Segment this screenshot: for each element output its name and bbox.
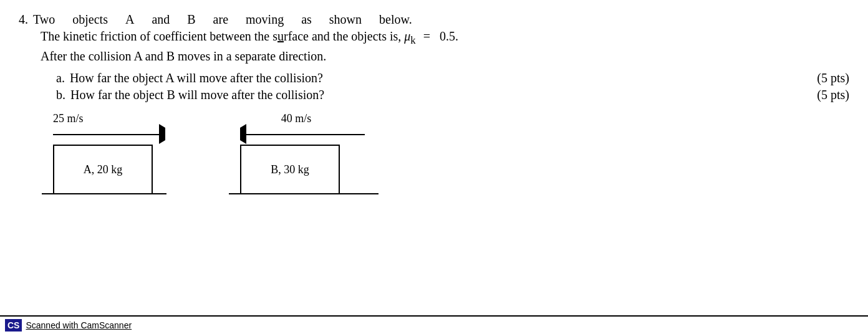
sub-b-pts: (5 pts) (817, 88, 849, 102)
page-content: 4. Two objects A and B are moving as sho… (0, 0, 868, 201)
sub-question-a: a. How far the object A will move after … (56, 71, 849, 85)
word-two: Two (33, 12, 55, 27)
sub-question-b: b. How far the object B will move after … (56, 88, 849, 102)
velocity-label-a: 25 m/s (53, 112, 84, 125)
object-b-container: 40 m/s B, 30 kg (240, 112, 365, 194)
word-a: A (125, 12, 134, 27)
footer: CS Scanned with CamScanner (0, 315, 868, 334)
problem-line2: The kinetic friction of coefficient betw… (41, 29, 849, 47)
problem-line3: After the collision A and B moves in a s… (41, 49, 849, 64)
word-b: B (187, 12, 195, 27)
sub-b-text: How far the object B will move after the… (70, 88, 792, 102)
box-b: B, 30 kg (240, 145, 340, 194)
word-below: below. (379, 12, 412, 27)
word-as: as (301, 12, 312, 27)
velocity-label-b: 40 m/s (240, 112, 352, 125)
word-shown: shown (329, 12, 362, 27)
arrow-line-a (53, 134, 159, 135)
word-are: are (213, 12, 228, 27)
object-a-container: 25 m/s A, 20 kg (53, 112, 165, 194)
ground-line-a (42, 193, 166, 194)
problem-number: 4. (19, 12, 28, 27)
word-moving: moving (246, 12, 284, 27)
sub-a-label: a. (56, 71, 65, 85)
sub-b-label: b. (56, 88, 65, 102)
arrow-right-icon (159, 128, 165, 141)
word-objects: objects (72, 12, 108, 27)
arrow-line-b (246, 134, 365, 135)
arrow-b (240, 128, 365, 141)
word-and: and (152, 12, 170, 27)
box-a: A, 20 kg (53, 145, 153, 194)
arrow-a (53, 128, 165, 141)
box-b-label: B, 30 kg (271, 163, 309, 176)
header-words: Two objects A and B are moving as shown … (33, 12, 412, 27)
diagram-area: 25 m/s A, 20 kg 40 m/s B, 30 kg (53, 112, 849, 194)
arrow-left-icon (240, 128, 246, 141)
cs-box-label: CS (5, 319, 22, 332)
footer-text: Scanned with CamScanner (26, 320, 132, 330)
box-a-label: A, 20 kg (84, 163, 123, 176)
sub-a-pts: (5 pts) (817, 71, 849, 85)
ground-line-b (229, 193, 379, 194)
sub-questions: a. How far the object A will move after … (56, 71, 849, 102)
sub-a-text: How far the object A will move after the… (70, 71, 792, 85)
problem-header: 4. Two objects A and B are moving as sho… (19, 12, 849, 27)
